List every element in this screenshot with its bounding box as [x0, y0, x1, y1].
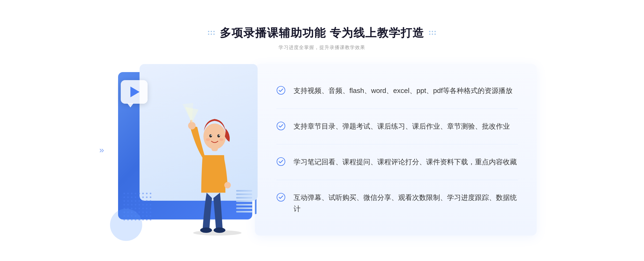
svg-point-2	[214, 228, 225, 233]
svg-point-14	[277, 86, 285, 94]
page-title: 多项录播课辅助功能 专为线上教学打造	[220, 25, 424, 40]
svg-point-10	[211, 135, 212, 136]
svg-point-11	[219, 135, 220, 136]
svg-point-9	[217, 134, 220, 137]
header-title-row: 多项录播课辅助功能 专为线上教学打造	[208, 25, 436, 40]
svg-point-8	[209, 134, 212, 137]
feature-text-3: 学习笔记回看、课程提问、课程评论打分、课件资料下载，重点内容收藏	[294, 156, 517, 168]
person-illustration	[177, 102, 258, 236]
svg-point-1	[200, 228, 212, 233]
feature-text-2: 支持章节目录、弹题考试、课后练习、课后作业、章节测验、批改作业	[294, 121, 510, 132]
svg-point-7	[203, 124, 226, 149]
play-icon	[130, 87, 140, 97]
divider-2	[276, 144, 518, 144]
chevron-arrows-icon: »	[99, 145, 104, 155]
check-icon-2	[276, 121, 286, 130]
content-area: »	[107, 64, 537, 236]
feature-item-1: 支持视频、音频、flash、word、excel、ppt、pdf等各种格式的资源…	[276, 81, 518, 101]
circle-decoration	[110, 209, 142, 241]
check-icon-4	[276, 193, 286, 202]
svg-point-13	[219, 138, 224, 141]
divider-3	[276, 180, 518, 180]
page-wrapper: 多项录播课辅助功能 专为线上教学打造 学习进度全掌握，提升录播课教学效果	[0, 0, 644, 261]
left-illustration: »	[107, 64, 263, 236]
svg-point-12	[206, 138, 210, 141]
feature-item-3: 学习笔记回看、课程提问、课程评论打分、课件资料下载，重点内容收藏	[276, 152, 518, 172]
divider-1	[276, 109, 518, 109]
decoration-dots-left	[208, 31, 215, 35]
feature-text-4: 互动弹幕、试听购买、微信分享、观看次数限制、学习进度跟踪、数据统计	[294, 192, 518, 214]
header-section: 多项录播课辅助功能 专为线上教学打造 学习进度全掌握，提升录播课教学效果	[208, 25, 436, 51]
svg-point-17	[277, 193, 285, 201]
play-bubble	[121, 80, 150, 110]
check-icon-3	[276, 157, 286, 166]
feature-text-1: 支持视频、音频、flash、word、excel、ppt、pdf等各种格式的资源…	[294, 85, 513, 96]
svg-point-16	[277, 158, 285, 166]
svg-point-5	[224, 182, 231, 188]
features-panel: 支持视频、音频、flash、word、excel、ppt、pdf等各种格式的资源…	[255, 64, 537, 236]
feature-item-4: 互动弹幕、试听购买、微信分享、观看次数限制、学习进度跟踪、数据统计	[276, 188, 518, 219]
svg-point-15	[277, 122, 285, 130]
play-bubble-inner	[121, 80, 148, 104]
feature-item-2: 支持章节目录、弹题考试、课后练习、课后作业、章节测验、批改作业	[276, 117, 518, 136]
check-icon-1	[276, 86, 286, 95]
page-subtitle: 学习进度全掌握，提升录播课教学效果	[208, 44, 436, 51]
decoration-dots-right	[429, 31, 436, 35]
